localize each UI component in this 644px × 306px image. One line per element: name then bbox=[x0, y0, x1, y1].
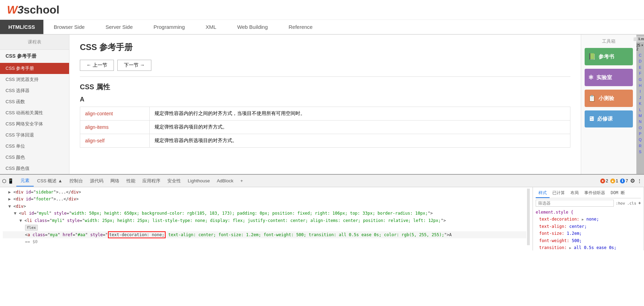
toolbox-btn-course[interactable]: 🖥 必修课 bbox=[585, 110, 633, 127]
sidebar-item-css-functions[interactable]: CSS 函数 bbox=[0, 96, 69, 107]
alpha-l[interactable]: L bbox=[639, 107, 641, 113]
nav-item-web-building[interactable]: Web Building bbox=[227, 20, 278, 34]
tab-security[interactable]: 安全性 bbox=[164, 176, 184, 186]
course-icon: 🖥 bbox=[588, 115, 594, 123]
sidebar-item-css-colorval[interactable]: CSS 颜色值 bbox=[0, 163, 69, 174]
tab-console[interactable]: 控制台 bbox=[66, 176, 86, 186]
logo[interactable]: W3school bbox=[7, 4, 59, 15]
alpha-g[interactable]: G bbox=[639, 77, 642, 83]
alpha-p[interactable]: P bbox=[639, 131, 641, 137]
styles-tab-dom[interactable]: DOM 断 bbox=[608, 189, 628, 198]
corner-tab-label: li.myli bbox=[638, 37, 644, 41]
alpha-j[interactable]: J bbox=[639, 95, 641, 101]
alpha-n[interactable]: N bbox=[639, 119, 642, 125]
letter-heading: A bbox=[80, 96, 570, 103]
alpha-r[interactable]: R bbox=[639, 143, 642, 149]
alpha-e[interactable]: E bbox=[639, 65, 641, 71]
styles-tab-computed[interactable]: 已计算 bbox=[550, 189, 568, 198]
styles-panel: 样式 已计算 布局 事件侦听器 DOM 断 :hov .cls + elemen… bbox=[533, 187, 644, 250]
code-line-5[interactable]: ▼ <ul id="myul" style="width: 50px; heig… bbox=[3, 210, 526, 217]
style-selector: element.style { bbox=[536, 209, 641, 216]
code-line-2[interactable]: ▶ <div id="sidebar">...</div> bbox=[3, 189, 526, 196]
alpha-s[interactable]: S bbox=[639, 149, 641, 155]
tab-sources[interactable]: 源代码 bbox=[86, 176, 107, 186]
toolbox: 工具箱 📗 参考书 ⚛ 实验室 📋 小测验 🖥 必修课 bbox=[581, 35, 636, 174]
dom-tree: ▶ <div id="sidebar">...</div> ▶ <div id=… bbox=[0, 187, 533, 250]
tab-application[interactable]: 应用程序 bbox=[139, 176, 164, 186]
logo-w3: W3 bbox=[7, 3, 24, 16]
settings-icon[interactable]: ⚙ bbox=[630, 177, 635, 184]
nav-item-programming[interactable]: Programming bbox=[143, 20, 195, 34]
toolbox-btn-reference[interactable]: 📗 参考书 bbox=[585, 48, 633, 65]
sidebar-item-css-reference[interactable]: CSS 参考手册 bbox=[0, 63, 69, 74]
table-row: align-items 规定弹性容器内项目的对齐方式。 bbox=[80, 121, 570, 134]
tab-performance[interactable]: 性能 bbox=[123, 176, 139, 186]
alpha-o[interactable]: O bbox=[639, 125, 642, 131]
error-count-red: ●2 bbox=[600, 179, 608, 183]
code-line-a-highlighted[interactable]: <a class="mya" href="#aa" style="text-de… bbox=[3, 231, 526, 238]
error-count-yellow: ▲1 bbox=[610, 179, 618, 183]
sidebar-title: 课程表 bbox=[0, 35, 69, 50]
main-nav: HTML/CSS Browser Side Server Side Progra… bbox=[0, 20, 644, 35]
styles-tab-layout[interactable]: 布局 bbox=[568, 189, 582, 198]
devtools-device-icon[interactable]: 📱 bbox=[8, 178, 14, 184]
sidebar-item-css-units[interactable]: CSS 单位 bbox=[0, 141, 69, 152]
li-icon: ⬜ bbox=[633, 37, 637, 41]
sidebar-item-css-colors[interactable]: CSS 颜色 bbox=[0, 152, 69, 163]
add-style-btn[interactable]: + bbox=[638, 201, 641, 206]
element-style-block: element.style { text-decoration: ▶ none;… bbox=[536, 209, 641, 250]
class-filter-btn[interactable]: .cls bbox=[627, 201, 636, 206]
alpha-m[interactable]: M bbox=[638, 113, 642, 119]
nav-item-xml[interactable]: XML bbox=[195, 20, 227, 34]
devtools-cursor-icon[interactable]: ⬡ bbox=[2, 178, 6, 184]
toolbox-btn-lab[interactable]: ⚛ 实验室 bbox=[585, 69, 633, 86]
sidebar-item-css-fontfallback[interactable]: CSS 字体回退 bbox=[0, 130, 69, 141]
style-prop-4: font-weight: 500; bbox=[536, 237, 641, 244]
sidebar-section-title[interactable]: CSS 参考手册 bbox=[0, 50, 69, 63]
sidebar-item-css-animation[interactable]: CSS 动画相关属性 bbox=[0, 107, 69, 118]
code-line-6[interactable]: ▼ <li class="myli" style="width: 25px; h… bbox=[3, 217, 526, 224]
page-title: CSS 参考手册 bbox=[80, 42, 570, 53]
alphabet-sidebar: ⬜ li.myli 25 × 2 C D E F G H I J K L M N… bbox=[636, 35, 644, 174]
tab-network[interactable]: 网络 bbox=[107, 176, 123, 186]
alpha-i[interactable]: I bbox=[639, 89, 641, 94]
styles-tab-events[interactable]: 事件侦听器 bbox=[582, 189, 608, 198]
code-line-equals-a: == $0 bbox=[3, 238, 526, 245]
hover-pseudo-btn[interactable]: :hov bbox=[616, 201, 625, 206]
sidebar-item-css-websafe[interactable]: CSS 网络安全字体 bbox=[0, 118, 69, 130]
tab-lighthouse[interactable]: Lighthouse bbox=[184, 176, 214, 185]
property-desc-align-self: 规定弹性容器内所选项目的对齐方式。 bbox=[150, 134, 570, 148]
tab-more[interactable]: + bbox=[237, 176, 246, 185]
section-title: CSS 属性 bbox=[80, 82, 570, 92]
filter-input[interactable] bbox=[536, 200, 614, 207]
alpha-q[interactable]: Q bbox=[639, 137, 642, 143]
styles-tab-active[interactable]: 样式 bbox=[536, 189, 550, 198]
sidebar-item-css-selector[interactable]: CSS 选择器 bbox=[0, 85, 69, 96]
logo-school: school bbox=[24, 3, 59, 16]
nav-item-html-css[interactable]: HTML/CSS bbox=[0, 20, 43, 34]
dock-icon[interactable]: ⋮ bbox=[637, 178, 642, 184]
css-table: align-content 规定弹性容器内的行之间的对齐方式，当项目不使用所有可… bbox=[80, 107, 570, 148]
alpha-c[interactable]: C bbox=[639, 52, 642, 58]
prev-button[interactable]: ← 上一节 bbox=[80, 60, 114, 71]
tab-elements[interactable]: 元素 bbox=[16, 175, 34, 187]
tab-css-overview[interactable]: CSS 概述 ▲ bbox=[34, 176, 66, 186]
code-line-3[interactable]: ▶ <div id="footer">...</div> bbox=[3, 196, 526, 202]
toolbox-lab-label: 实验室 bbox=[596, 74, 612, 81]
sidebar-item-css-browser[interactable]: CSS 浏览器支持 bbox=[0, 74, 69, 85]
tab-adblock[interactable]: AdBlock bbox=[213, 176, 237, 185]
property-link-align-items[interactable]: align-items bbox=[85, 124, 109, 130]
alpha-f[interactable]: F bbox=[639, 71, 642, 76]
alpha-k[interactable]: K bbox=[639, 101, 641, 107]
property-link-align-content[interactable]: align-content bbox=[85, 111, 113, 116]
corner-tab: ⬜ li.myli bbox=[636, 36, 644, 42]
property-link-align-self[interactable]: align-self bbox=[85, 138, 104, 143]
alpha-d[interactable]: D bbox=[639, 58, 642, 64]
nav-item-reference[interactable]: Reference bbox=[278, 20, 323, 34]
nav-item-server-side[interactable]: Server Side bbox=[95, 20, 143, 34]
nav-item-browser-side[interactable]: Browser Side bbox=[43, 20, 95, 34]
code-line-4[interactable]: ▼ <div> bbox=[3, 203, 526, 210]
toolbox-btn-quiz[interactable]: 📋 小测验 bbox=[585, 90, 633, 107]
next-button[interactable]: 下一节 → bbox=[117, 60, 151, 71]
alpha-h[interactable]: H bbox=[639, 83, 642, 89]
